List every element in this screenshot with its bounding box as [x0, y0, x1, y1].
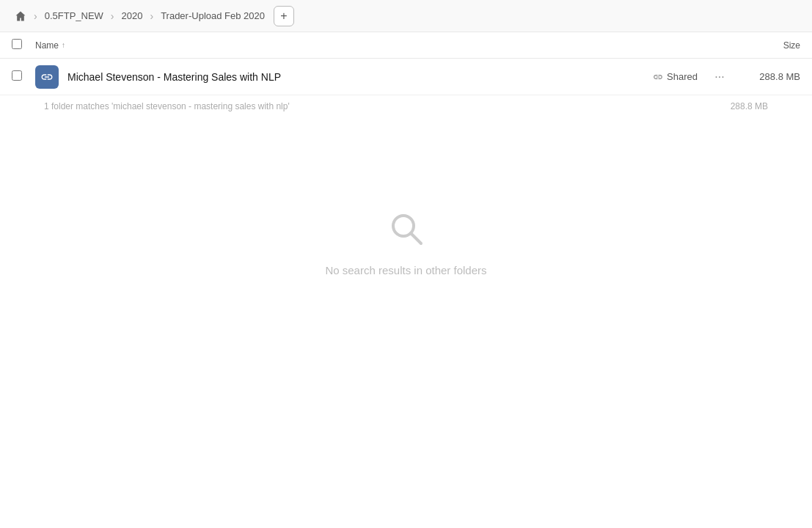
add-tab-button[interactable]: + — [274, 6, 294, 26]
shared-status: Shared — [653, 71, 698, 82]
breadcrumb-item-1[interactable]: 0.5FTP_NEW — [39, 7, 109, 24]
match-count-text: 1 folder matches 'michael stevenson - ma… — [44, 101, 709, 111]
svg-line-1 — [411, 233, 421, 243]
breadcrumb-item-2[interactable]: 2020 — [116, 7, 149, 24]
file-size: 288.8 MB — [742, 71, 800, 82]
folder-icon — [35, 65, 59, 89]
more-icon: ··· — [714, 70, 724, 84]
no-results-search-icon — [386, 208, 427, 252]
breadcrumb-separator-3: › — [148, 10, 155, 22]
name-column-header[interactable]: Name ↑ — [35, 40, 742, 51]
file-name: Michael Stevenson - Mastering Sales with… — [67, 71, 653, 83]
share-icon — [653, 72, 663, 82]
size-column-header: Size — [742, 40, 800, 51]
breadcrumb-item-3[interactable]: Trader-Upload Feb 2020 — [155, 7, 271, 24]
sort-arrow-icon: ↑ — [62, 41, 65, 49]
shared-label: Shared — [667, 71, 698, 82]
breadcrumb-bar: › 0.5FTP_NEW › 2020 › Trader-Upload Feb … — [0, 0, 812, 32]
breadcrumb-separator-2: › — [109, 10, 116, 22]
match-size-text: 288.8 MB — [709, 101, 768, 111]
select-all-checkbox[interactable] — [12, 39, 26, 52]
column-header: Name ↑ Size — [0, 32, 812, 59]
empty-state-message: No search results in other folders — [325, 264, 486, 276]
file-row[interactable]: Michael Stevenson - Mastering Sales with… — [0, 59, 812, 95]
empty-state: No search results in other folders — [0, 117, 812, 367]
breadcrumb-home[interactable] — [9, 7, 32, 25]
match-info-row: 1 folder matches 'michael stevenson - ma… — [0, 95, 812, 117]
file-checkbox[interactable] — [12, 70, 26, 84]
more-options-button[interactable]: ··· — [709, 67, 730, 87]
breadcrumb-separator-1: › — [32, 10, 39, 22]
link-icon — [40, 70, 54, 84]
